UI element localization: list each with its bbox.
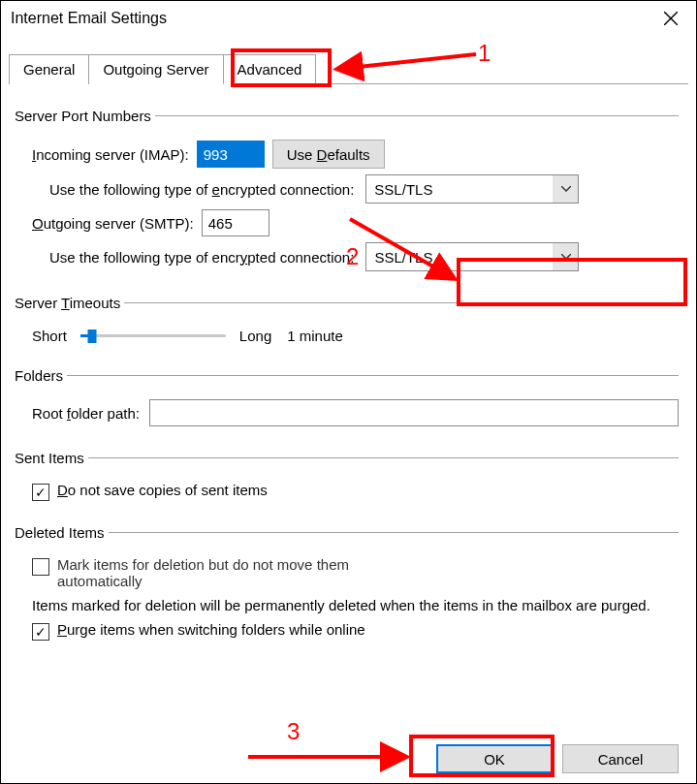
dont-save-sent-label: Do not save copies of sent items — [57, 482, 268, 498]
purge-checkbox[interactable] — [32, 623, 49, 641]
dialog-body: Server Port Numbers Incoming server (IMA… — [1, 84, 696, 650]
incoming-encryption-value: SSL/TLS — [366, 181, 553, 198]
tab-advanced[interactable]: Advanced — [223, 54, 317, 84]
cancel-button[interactable]: Cancel — [562, 744, 679, 773]
dialog-buttons: OK Cancel — [436, 744, 679, 773]
annotation-number-3: 3 — [287, 718, 300, 745]
timeout-short-label: Short — [32, 328, 67, 344]
timeout-slider-row: Short Long 1 minute — [32, 325, 679, 346]
incoming-server-label: Incoming server (IMAP): — [32, 146, 189, 163]
group-folders: Folders Root folder path: — [18, 367, 679, 436]
timeout-value-label: 1 minute — [287, 328, 343, 344]
outgoing-port-input[interactable] — [202, 209, 269, 236]
slider-thumb[interactable] — [87, 329, 96, 343]
root-folder-input[interactable] — [149, 399, 679, 426]
group-title-sent: Sent Items — [15, 450, 88, 466]
group-server-timeouts: Server Timeouts Short Long 1 minute — [18, 295, 679, 354]
root-folder-label: Root folder path: — [32, 405, 140, 422]
outgoing-enc-label: Use the following type of encrypted conn… — [49, 249, 354, 266]
dialog-window: Internet Email Settings General Outgoing… — [0, 0, 697, 784]
mark-for-deletion-checkbox[interactable] — [32, 558, 49, 576]
timeout-slider[interactable] — [80, 325, 226, 346]
group-title-timeouts: Server Timeouts — [15, 295, 124, 311]
row-purge: Purge items when switching folders while… — [32, 621, 679, 641]
group-title-server-port: Server Port Numbers — [15, 108, 155, 124]
row-incoming-encryption: Use the following type of encrypted conn… — [49, 174, 679, 204]
outgoing-encryption-dropdown[interactable]: SSL/TLS — [365, 242, 579, 271]
incoming-port-input[interactable] — [197, 141, 265, 168]
chevron-down-icon — [553, 243, 578, 270]
tab-strip: General Outgoing Server Advanced — [9, 53, 688, 84]
close-button[interactable] — [651, 2, 690, 35]
deletion-note: Items marked for deletion will be perman… — [32, 595, 679, 615]
use-defaults-button[interactable]: Use Defaults — [272, 140, 385, 169]
group-server-port-numbers: Server Port Numbers Incoming server (IMA… — [18, 108, 679, 281]
row-mark-for-deletion: Mark items for deletion but do not move … — [32, 556, 679, 589]
outgoing-server-label: Outgoing server (SMTP): — [32, 215, 194, 232]
mark-for-deletion-label: Mark items for deletion but do not move … — [57, 556, 349, 589]
tab-general[interactable]: General — [9, 54, 89, 84]
chevron-down-icon — [553, 175, 578, 203]
titlebar: Internet Email Settings — [1, 1, 696, 36]
incoming-encryption-dropdown[interactable]: SSL/TLS — [365, 174, 579, 204]
timeout-long-label: Long — [239, 328, 271, 344]
window-title: Internet Email Settings — [7, 10, 651, 27]
row-dont-save-sent: Do not save copies of sent items — [32, 482, 679, 501]
dont-save-sent-checkbox[interactable] — [32, 484, 49, 501]
row-incoming: Incoming server (IMAP): Use Defaults — [32, 140, 679, 169]
outgoing-encryption-value: SSL/TLS — [366, 249, 553, 266]
group-title-folders: Folders — [15, 367, 67, 384]
group-title-deleted: Deleted Items — [15, 524, 109, 541]
annotation-arrow-3 — [238, 737, 432, 779]
row-outgoing: Outgoing server (SMTP): — [32, 209, 679, 236]
incoming-enc-label: Use the following type of encrypted conn… — [49, 181, 354, 198]
row-outgoing-encryption: Use the following type of encrypted conn… — [49, 242, 679, 271]
group-deleted-items: Deleted Items Mark items for deletion bu… — [18, 524, 679, 650]
close-icon — [664, 12, 678, 25]
row-root-folder: Root folder path: — [32, 399, 679, 426]
tab-outgoing-server[interactable]: Outgoing Server — [88, 54, 223, 84]
purge-label: Purge items when switching folders while… — [57, 621, 365, 638]
group-sent-items: Sent Items Do not save copies of sent it… — [18, 450, 679, 511]
ok-button[interactable]: OK — [436, 744, 553, 773]
